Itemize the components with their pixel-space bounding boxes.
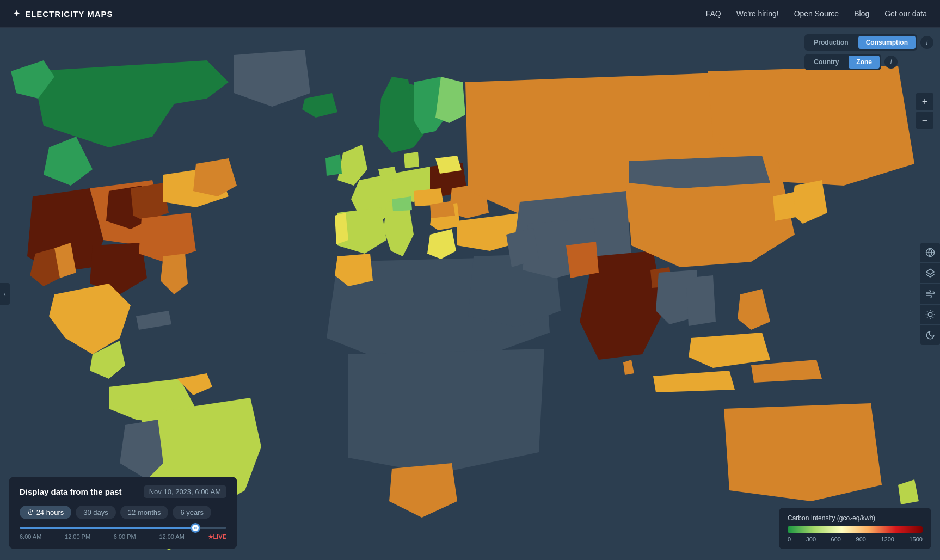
toggle-panel: Production Consumption i Country Zone i xyxy=(804,34,933,70)
svg-point-4 xyxy=(928,312,932,317)
sidebar-toggle[interactable]: ‹ xyxy=(0,283,10,305)
carbon-legend: Carbon Intensity (gco₂eq/kwh) 0 300 600 … xyxy=(779,508,931,549)
nav-blog[interactable]: Blog xyxy=(854,9,869,18)
app-name: ELECTRICITY MAPS xyxy=(25,9,113,19)
time-buttons: ⏱ 24 hours 30 days 12 months 6 years xyxy=(20,506,226,519)
translate-btn[interactable] xyxy=(920,243,940,262)
handle-arrows: ⇔ xyxy=(194,526,198,531)
zoom-out-btn[interactable]: − xyxy=(916,112,933,129)
nav-opensource[interactable]: Open Source xyxy=(794,9,839,18)
country-toggle[interactable]: Country xyxy=(806,56,846,69)
nav-faq[interactable]: FAQ xyxy=(706,9,721,18)
panel-header: Display data from the past Nov 10, 2023,… xyxy=(20,485,226,498)
logo: ✦ ELECTRICITY MAPS xyxy=(13,9,113,19)
legend-label-300: 300 xyxy=(806,536,816,543)
panel-title: Display data from the past xyxy=(20,487,122,496)
legend-title: Carbon Intensity (gco₂eq/kwh) xyxy=(788,514,923,522)
time-6y-btn[interactable]: 6 years xyxy=(173,506,211,519)
svg-line-11 xyxy=(927,317,927,318)
map-tool-buttons xyxy=(920,243,940,345)
time-label-mid2: 6:00 PM xyxy=(114,533,136,540)
zoom-in-btn[interactable]: + xyxy=(916,93,933,110)
timeline-handle[interactable]: ⇔ xyxy=(191,523,200,533)
time-label-mid3: 12:00 AM xyxy=(159,533,184,540)
timeline-fill xyxy=(20,527,195,529)
legend-label-600: 600 xyxy=(831,536,841,543)
zone-toggle[interactable]: Zone xyxy=(849,56,880,69)
time-30d-btn[interactable]: 30 days xyxy=(76,506,116,519)
timeline-bar[interactable]: ⇔ xyxy=(20,527,226,529)
live-label: ★LIVE xyxy=(208,533,226,540)
legend-label-900: 900 xyxy=(856,536,866,543)
svg-line-12 xyxy=(933,311,933,312)
sun-btn[interactable] xyxy=(920,305,940,324)
svg-line-7 xyxy=(927,311,927,312)
map-container[interactable]: ‹ Production Consumption i Country Zone … xyxy=(0,28,940,560)
svg-line-8 xyxy=(933,317,933,318)
mode-info-btn[interactable]: i xyxy=(920,36,933,49)
consumption-toggle[interactable]: Consumption xyxy=(858,36,916,49)
wind-btn[interactable] xyxy=(920,284,940,304)
moon-btn[interactable] xyxy=(920,325,940,345)
layers-btn[interactable] xyxy=(920,263,940,283)
granularity-info-btn[interactable]: i xyxy=(884,56,898,69)
time-12m-btn[interactable]: 12 months xyxy=(120,506,169,519)
mode-toggle: Production Consumption xyxy=(804,34,917,51)
svg-line-3 xyxy=(930,274,935,277)
nav-getdata[interactable]: Get our data xyxy=(884,9,927,18)
navbar: ✦ ELECTRICITY MAPS FAQ We're hiring! Ope… xyxy=(0,0,940,28)
clock-icon: ⏱ xyxy=(27,508,34,516)
time-24h-btn[interactable]: ⏱ 24 hours xyxy=(20,506,71,519)
svg-marker-1 xyxy=(926,269,935,275)
zoom-controls: + − xyxy=(916,93,933,129)
legend-label-1200: 1200 xyxy=(881,536,894,543)
time-label-start: 6:00 AM xyxy=(20,533,41,540)
time-24h-label: 24 hours xyxy=(36,508,64,516)
nav-hiring[interactable]: We're hiring! xyxy=(736,9,779,18)
panel-date: Nov 10, 2023, 6:00 AM xyxy=(144,485,226,498)
granularity-toggle: Country Zone xyxy=(804,54,881,70)
legend-labels: 0 300 600 900 1200 1500 xyxy=(788,536,923,543)
legend-label-0: 0 xyxy=(788,536,791,543)
logo-star: ✦ xyxy=(13,9,21,19)
nav-links: FAQ We're hiring! Open Source Blog Get o… xyxy=(706,9,927,18)
time-label-mid1: 12:00 PM xyxy=(65,533,90,540)
legend-gradient xyxy=(788,526,923,533)
legend-label-1500: 1500 xyxy=(910,536,923,543)
production-toggle[interactable]: Production xyxy=(806,36,856,49)
chevron-icon: ‹ xyxy=(4,291,5,297)
timeline-labels: 6:00 AM 12:00 PM 6:00 PM 12:00 AM ★LIVE xyxy=(20,533,226,540)
bottom-panel: Display data from the past Nov 10, 2023,… xyxy=(9,477,237,549)
svg-line-2 xyxy=(926,274,931,277)
